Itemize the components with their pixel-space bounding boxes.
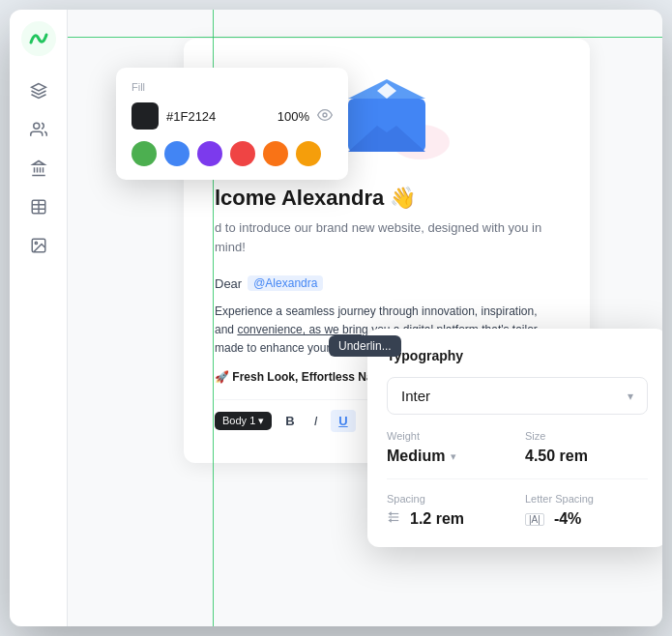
spacing-value: 1.2 rem xyxy=(410,510,464,528)
weight-value: Medium xyxy=(387,448,445,465)
letter-spacing-icon: |A| xyxy=(525,513,544,526)
sidebar-item-image[interactable] xyxy=(23,230,54,261)
app-logo[interactable] xyxy=(21,21,56,56)
swatch-orange[interactable] xyxy=(263,141,288,166)
opacity-value: 100% xyxy=(278,109,309,124)
typography-panel: Typography Inter ▾ Weight Medium ▾ Size xyxy=(367,329,662,547)
letter-spacing-label: Letter Spacing xyxy=(525,493,648,505)
color-swatches xyxy=(131,141,333,166)
sidebar-item-bank[interactable] xyxy=(23,153,54,184)
line-spacing-icon xyxy=(387,510,400,528)
underline-tooltip: Underlin... xyxy=(329,335,401,357)
swatch-purple[interactable] xyxy=(197,141,222,166)
svg-point-21 xyxy=(323,113,327,117)
weight-chevron-icon[interactable]: ▾ xyxy=(451,450,456,463)
sidebar-item-table[interactable] xyxy=(23,191,54,222)
underline-button[interactable]: U xyxy=(331,410,355,432)
fill-panel-title: Fill xyxy=(131,81,333,93)
swatch-yellow[interactable] xyxy=(296,141,321,166)
spacing-grid: Spacing 1.2 rem xyxy=(387,493,648,528)
spacing-value-row: 1.2 rem xyxy=(387,510,510,528)
spacing-field: Spacing 1.2 rem xyxy=(387,493,510,528)
chevron-down-icon: ▾ xyxy=(628,390,633,403)
mention-tag: @Alexandra xyxy=(248,275,323,291)
guide-line-horizontal xyxy=(68,37,662,38)
fill-color-row: #1F2124 100% xyxy=(131,102,333,130)
sidebar-item-layers[interactable] xyxy=(23,75,54,106)
style-label: Body 1 xyxy=(222,415,255,426)
size-value: 4.50 rem xyxy=(525,448,588,465)
typography-panel-title: Typography xyxy=(387,348,648,363)
svg-marker-8 xyxy=(33,161,44,165)
swatch-green[interactable] xyxy=(131,141,157,166)
size-field: Size 4.50 rem xyxy=(525,430,648,465)
weight-value-row: Medium ▾ xyxy=(387,448,510,465)
style-selector[interactable]: Body 1 ▾ xyxy=(215,412,272,430)
type-divider xyxy=(387,478,648,479)
sidebar-item-users[interactable] xyxy=(23,114,54,145)
italic-button[interactable]: I xyxy=(308,410,324,432)
email-subtitle: d to introduce our brand new website, de… xyxy=(215,218,559,256)
main-canvas: lcome Alexandra 👋 d to introduce our bra… xyxy=(68,10,662,626)
dear-text: Dear xyxy=(215,276,242,291)
weight-label: Weight xyxy=(387,430,510,442)
size-value-row: 4.50 rem xyxy=(525,448,648,465)
color-swatch-active[interactable] xyxy=(131,102,159,130)
letter-spacing-value: -4% xyxy=(554,510,581,528)
letter-spacing-field: Letter Spacing |A| -4% xyxy=(525,493,648,528)
style-dropdown-icon: ▾ xyxy=(258,415,264,427)
sidebar xyxy=(10,10,68,626)
swatch-blue[interactable] xyxy=(164,141,190,166)
letter-spacing-value-row: |A| -4% xyxy=(525,510,648,528)
eye-icon[interactable] xyxy=(317,107,333,126)
email-dear: Dear @Alexandra xyxy=(215,275,559,291)
hex-value: #1F2124 xyxy=(166,109,270,124)
bold-button[interactable]: B xyxy=(279,410,300,432)
type-properties-grid: Weight Medium ▾ Size 4.50 rem xyxy=(387,430,648,465)
email-title: lcome Alexandra 👋 xyxy=(215,186,559,211)
swatch-red[interactable] xyxy=(230,141,255,166)
font-name: Inter xyxy=(401,388,430,404)
svg-point-14 xyxy=(35,242,37,244)
fill-panel: Fill #1F2124 100% xyxy=(116,68,348,180)
svg-point-2 xyxy=(33,123,39,129)
size-label: Size xyxy=(525,430,648,442)
svg-marker-1 xyxy=(31,84,45,92)
spacing-label: Spacing xyxy=(387,493,510,505)
font-selector[interactable]: Inter ▾ xyxy=(387,377,648,415)
weight-field: Weight Medium ▾ xyxy=(387,430,510,465)
